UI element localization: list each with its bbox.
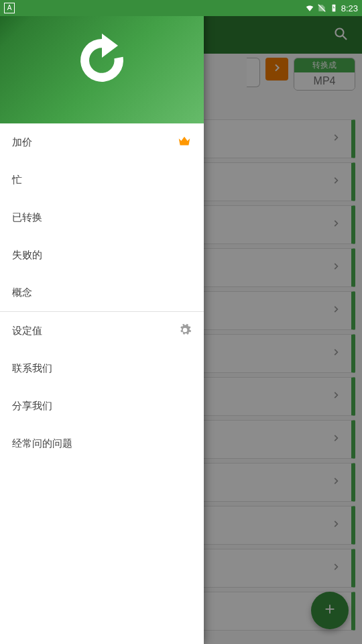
drawer-item-label: 已转换 bbox=[12, 211, 42, 224]
status-left-badge: A bbox=[4, 3, 15, 13]
drawer-item-label: 设定值 bbox=[12, 325, 42, 337]
no-sim-icon bbox=[317, 3, 326, 13]
status-right: 8:23 bbox=[305, 3, 358, 13]
drawer-item-concept[interactable]: 概念 bbox=[0, 274, 204, 311]
drawer-item-label: 概念 bbox=[12, 286, 32, 299]
nav-drawer: 加价 忙 已转换 失败的 概念 设定值 联系我们 分享我们 bbox=[0, 0, 204, 644]
drawer-item-label: 经常问的问题 bbox=[12, 437, 72, 450]
drawer-header bbox=[0, 0, 204, 123]
drawer-item-label: 分享我们 bbox=[12, 400, 52, 413]
drawer-item-faq[interactable]: 经常问的问题 bbox=[0, 425, 204, 462]
drawer-item-busy[interactable]: 忙 bbox=[0, 161, 204, 199]
drawer-item-contact[interactable]: 联系我们 bbox=[0, 350, 204, 387]
drawer-list: 加价 忙 已转换 失败的 概念 设定值 联系我们 分享我们 bbox=[0, 123, 204, 644]
gear-icon bbox=[178, 323, 192, 339]
drawer-item-failed[interactable]: 失败的 bbox=[0, 236, 204, 274]
drawer-item-label: 加价 bbox=[12, 136, 32, 149]
drawer-item-settings[interactable]: 设定值 bbox=[0, 312, 204, 350]
drawer-item-converted[interactable]: 已转换 bbox=[0, 199, 204, 236]
wifi-icon bbox=[305, 3, 314, 13]
crown-icon bbox=[177, 134, 192, 151]
drawer-item-share[interactable]: 分享我们 bbox=[0, 387, 204, 425]
drawer-item-label: 联系我们 bbox=[12, 362, 52, 375]
app-logo-icon bbox=[70, 28, 134, 95]
drawer-item-label: 忙 bbox=[12, 174, 22, 186]
drawer-item-label: 失败的 bbox=[12, 249, 42, 262]
drawer-item-premium[interactable]: 加价 bbox=[0, 123, 204, 161]
battery-charging-icon bbox=[329, 3, 339, 13]
status-bar: A 8:23 bbox=[0, 0, 362, 16]
status-left-badge-text: A bbox=[7, 5, 12, 11]
status-time: 8:23 bbox=[341, 3, 358, 13]
